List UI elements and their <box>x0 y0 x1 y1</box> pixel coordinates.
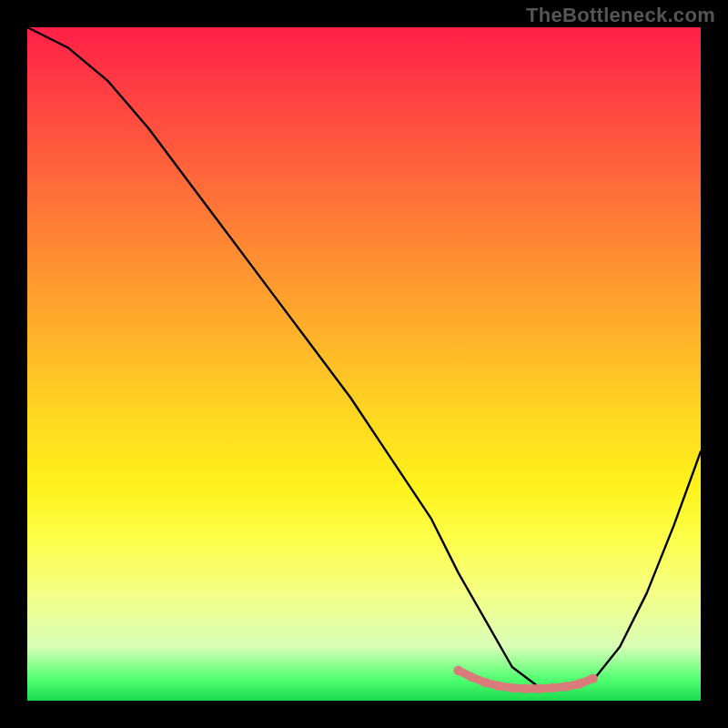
svg-point-0 <box>453 666 462 675</box>
svg-point-4 <box>508 683 517 693</box>
plot-area <box>27 27 701 701</box>
svg-point-1 <box>467 672 476 682</box>
svg-point-10 <box>588 673 597 682</box>
svg-point-5 <box>521 684 530 693</box>
optimal-zone-dots <box>453 666 597 693</box>
chart-frame: TheBottleneck.com <box>0 0 728 728</box>
svg-point-3 <box>494 682 503 691</box>
svg-point-2 <box>480 678 490 687</box>
curve-layer <box>27 27 701 701</box>
watermark-text: TheBottleneck.com <box>526 4 715 27</box>
svg-point-6 <box>534 684 543 693</box>
bottleneck-curve-path <box>27 27 701 687</box>
svg-point-7 <box>548 683 557 693</box>
svg-point-9 <box>575 679 584 688</box>
svg-point-8 <box>561 682 571 691</box>
